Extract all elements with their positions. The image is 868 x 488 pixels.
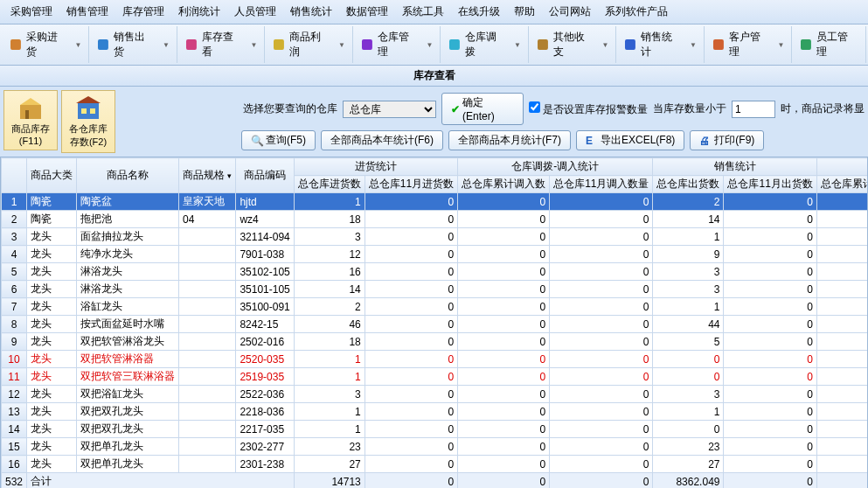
menu-item[interactable]: 在线升级 bbox=[451, 2, 507, 22]
action-button[interactable]: 全部商品本年统计(F6) bbox=[321, 130, 443, 150]
col-group-sales[interactable]: 销售统计 bbox=[653, 158, 816, 176]
toolbar-button[interactable]: 销售统计▼ bbox=[616, 26, 704, 63]
table-row[interactable]: 2陶瓷拖把池04wz418000140004 bbox=[2, 211, 869, 228]
toolbar-icon bbox=[448, 38, 462, 52]
toolbar-icon bbox=[712, 38, 726, 52]
toolbar-icon bbox=[9, 38, 23, 52]
action-button[interactable]: E导出EXCEL(F8) bbox=[576, 130, 684, 150]
action-button[interactable]: 全部商品本月统计(F7) bbox=[448, 130, 571, 150]
menu-item[interactable]: 销售管理 bbox=[59, 2, 115, 22]
button-icon: 🖨 bbox=[699, 135, 712, 147]
menu-item[interactable]: 系统工具 bbox=[395, 2, 451, 22]
toolbar-button[interactable]: 员工管理 bbox=[792, 26, 866, 63]
svg-rect-8 bbox=[713, 39, 724, 50]
toolbar-icon bbox=[272, 38, 286, 52]
warehouse-stock-button[interactable]: 各仓库库 存数(F2) bbox=[61, 90, 115, 153]
toolbar-icon bbox=[96, 38, 110, 52]
svg-rect-12 bbox=[25, 110, 29, 119]
svg-rect-16 bbox=[90, 108, 95, 114]
menu-item[interactable]: 公司网站 bbox=[542, 2, 598, 22]
warehouse-select[interactable]: 总仓库 bbox=[343, 101, 436, 118]
table-row[interactable]: 12龙头双把浴缸龙头2522-036300030000 bbox=[2, 386, 869, 403]
col-group-purchase[interactable]: 进货统计 bbox=[294, 158, 457, 176]
svg-rect-5 bbox=[449, 39, 460, 50]
goods-stock-button[interactable]: 商品库存 (F11) bbox=[3, 90, 58, 150]
col-category[interactable]: 商品大类 bbox=[27, 158, 77, 193]
svg-rect-9 bbox=[801, 39, 811, 50]
toolbar-button[interactable]: 客户管理▼ bbox=[705, 26, 792, 63]
menu-item[interactable]: 系列软件产品 bbox=[598, 2, 675, 22]
svg-rect-13 bbox=[78, 103, 99, 119]
action-button[interactable]: 🖨打印(F9) bbox=[690, 130, 764, 150]
action-button[interactable]: 🔍查询(F5) bbox=[241, 130, 316, 150]
confirm-button[interactable]: ✔确定(Enter) bbox=[441, 93, 524, 125]
toolbar-icon bbox=[623, 38, 637, 52]
col-name[interactable]: 商品名称 bbox=[77, 158, 179, 193]
col-spec[interactable]: 商品规格 ▾ bbox=[179, 158, 236, 193]
table-row[interactable]: 16龙头双把单孔龙头2301-23827000270000 bbox=[2, 456, 869, 473]
svg-rect-1 bbox=[98, 39, 108, 50]
toolbar-button[interactable]: 仓库调拨▼ bbox=[441, 26, 528, 63]
menu-item[interactable]: 销售统计 bbox=[283, 2, 339, 22]
svg-rect-10 bbox=[20, 105, 41, 119]
col-rownum[interactable] bbox=[2, 158, 27, 193]
table-row[interactable]: 8龙头按式面盆延时水嘴8242-1546000440002 bbox=[2, 316, 869, 333]
menu-item[interactable]: 数据管理 bbox=[339, 2, 395, 22]
menu-item[interactable]: 人员管理 bbox=[227, 2, 283, 22]
svg-rect-7 bbox=[625, 39, 635, 50]
svg-rect-0 bbox=[10, 39, 21, 50]
menu-item[interactable]: 库存管理 bbox=[115, 2, 171, 22]
table-row[interactable]: 15龙头双把单孔龙头2302-27723000230000 bbox=[2, 438, 869, 456]
alarm-checkbox-label[interactable]: 是否设置库存报警数量 bbox=[529, 101, 648, 117]
table-row[interactable]: 10龙头双把软管淋浴器2520-035100000001 bbox=[2, 351, 869, 368]
dropdown-icon: ▼ bbox=[338, 41, 345, 49]
table-row[interactable]: 7龙头浴缸龙头35100-091200010001 bbox=[2, 298, 869, 316]
toolbar-icon bbox=[799, 38, 813, 52]
menu-item[interactable]: 利润统计 bbox=[171, 2, 227, 22]
col-group-transferin[interactable]: 仓库调拨-调入统计 bbox=[458, 158, 653, 176]
toolbar-button[interactable]: 商品利润▼ bbox=[265, 26, 352, 63]
button-icon: 🔍 bbox=[251, 135, 263, 147]
button-icon: E bbox=[586, 135, 598, 147]
svg-rect-2 bbox=[186, 39, 197, 50]
dropdown-icon: ▼ bbox=[75, 41, 82, 49]
qty-input[interactable] bbox=[732, 101, 775, 118]
toolbar-icon bbox=[184, 38, 198, 52]
total-row: 532合计147130008362.0490006350.951 bbox=[2, 473, 869, 489]
dropdown-icon: ▼ bbox=[777, 41, 784, 49]
table-row[interactable]: 14龙头双把双孔龙头2217-035100000001 bbox=[2, 421, 869, 438]
table-row[interactable]: 9龙头双把软管淋浴龙头2502-01618000500013 bbox=[2, 333, 869, 351]
toolbar-icon bbox=[536, 38, 550, 52]
menu-item[interactable]: 采购管理 bbox=[3, 2, 59, 22]
toolbar-button[interactable]: 其他收支▼ bbox=[529, 26, 616, 63]
table-row[interactable]: 11龙头双把软管三联淋浴器2519-035100000001 bbox=[2, 368, 869, 386]
col-code[interactable]: 商品编码 bbox=[236, 158, 294, 193]
qty-label: 当库存数量小于 bbox=[653, 101, 726, 116]
warehouse-label: 选择您要查询的仓库 bbox=[243, 101, 337, 116]
toolbar-button[interactable]: 库存查看▼ bbox=[177, 26, 265, 63]
alarm-checkbox[interactable] bbox=[529, 101, 540, 113]
svg-rect-15 bbox=[81, 108, 87, 114]
table-row[interactable]: 3龙头面盆抽拉龙头32114-094300010002 bbox=[2, 228, 869, 246]
dropdown-icon: ▼ bbox=[690, 41, 697, 49]
dropdown-icon: ▼ bbox=[514, 41, 521, 49]
stock-table[interactable]: 商品大类 商品名称 商品规格 ▾ 商品编码 进货统计 仓库调拨-调入统计 销售统… bbox=[1, 157, 868, 488]
table-row[interactable]: 4龙头纯净水龙头7901-0381200090003 bbox=[2, 246, 869, 263]
menu-item[interactable]: 帮助 bbox=[507, 2, 542, 22]
svg-rect-4 bbox=[362, 39, 372, 50]
toolbar-button[interactable]: 销售出货▼ bbox=[89, 26, 177, 63]
svg-rect-6 bbox=[538, 39, 548, 50]
svg-marker-11 bbox=[20, 98, 41, 105]
dropdown-icon: ▼ bbox=[251, 41, 258, 49]
svg-marker-14 bbox=[76, 96, 101, 103]
tail-label: 时，商品记录将显 bbox=[781, 101, 865, 116]
toolbar-button[interactable]: 仓库管理▼ bbox=[353, 26, 441, 63]
toolbar-button[interactable]: 采购进货▼ bbox=[2, 26, 89, 63]
toolbar-icon bbox=[360, 38, 374, 52]
table-row[interactable]: 6龙头淋浴龙头35101-10514000300011 bbox=[2, 281, 869, 298]
table-row[interactable]: 5龙头淋浴龙头35102-10516000300013 bbox=[2, 263, 869, 281]
col-group-transferout[interactable]: 仓库调拨-调出统计 bbox=[816, 158, 868, 176]
table-row[interactable]: 13龙头双把双孔龙头2218-036100010000 bbox=[2, 403, 869, 421]
table-row[interactable]: 1陶瓷陶瓷盆皇家天地hjtd10002000-1 bbox=[2, 193, 869, 211]
check-icon: ✔ bbox=[451, 103, 460, 115]
